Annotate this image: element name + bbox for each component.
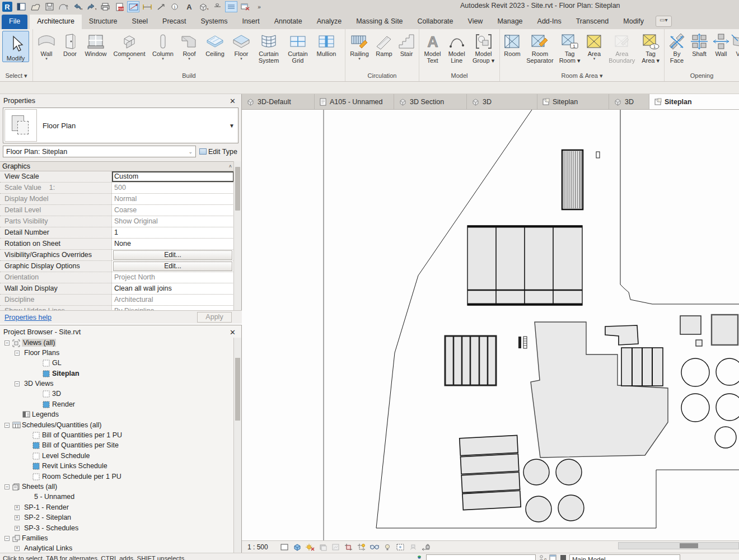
tree-item-bill-of-quantities-per-1-pu[interactable]: Bill of Quantities per 1 PU [0,431,233,441]
close-icon[interactable]: ✕ [227,328,238,337]
default-3d-view-icon[interactable]: ▾ [197,1,209,12]
shaft-button[interactable]: Shaft [689,31,709,58]
tree-item-sheets-all-[interactable]: −Sheets (all) [0,482,233,492]
ribbon-tab-steel[interactable]: Steel [125,15,156,29]
tree-item-floor-plans[interactable]: −Floor Plans [0,348,233,358]
wall-button[interactable]: Wall▾ [35,31,58,61]
close-hidden-windows-icon[interactable] [239,1,251,12]
dropdown-arrow-icon[interactable]: ▾ [240,57,242,60]
ribbon-tab-structure[interactable]: Structure [82,15,125,29]
view-tab-siteplan[interactable]: Siteplan [649,94,739,109]
view-tab-siteplan[interactable]: Siteplan [537,94,609,109]
by-face-button[interactable]: ByFace [667,31,687,64]
tree-item-analytical-links[interactable]: +Analytical Links [0,544,233,553]
dropdown-arrow-icon[interactable]: ▾ [162,57,164,60]
curtain-grid-button[interactable]: CurtainGrid [285,31,311,64]
room-separator-button[interactable]: RoomSeparator [525,31,555,64]
aligned-dimension-icon[interactable]: · [141,1,153,12]
property-value[interactable]: By Discipline [112,306,234,310]
site-plan-canvas[interactable] [242,110,739,540]
tree-item-revit-links-schedule[interactable]: Revit Links Schedule [0,461,233,472]
properties-help-link[interactable]: Properties help [4,314,52,321]
undo-icon[interactable]: ▾ [71,1,83,12]
model-text-button[interactable]: AModelText [422,31,443,64]
dropdown-arrow-icon[interactable]: ▾ [128,57,130,60]
section-icon[interactable] [211,1,223,12]
sync-icon[interactable] [57,1,69,12]
open-icon[interactable] [29,1,41,12]
measure-icon[interactable] [127,1,139,12]
tree-item-views-all-[interactable]: −Views (all) [0,338,233,348]
ribbon-tab-transcend[interactable]: Transcend [569,15,616,29]
export-pdf-icon[interactable]: PDF [113,1,125,12]
redo-icon[interactable]: ▾ [85,1,97,12]
property-value[interactable]: Custom [112,171,234,182]
detail-line-icon[interactable] [155,1,167,12]
type-selector[interactable]: Floor Plan ▼ [3,108,238,143]
edit-type-button[interactable]: Edit Type [198,146,238,157]
crop-view-icon[interactable] [344,542,354,552]
column-button[interactable]: Column▾ [149,31,176,61]
ribbon-tab-add-ins[interactable]: Add-Ins [530,15,569,29]
crop-region-icon[interactable] [357,542,367,552]
tree-item-level-schedule[interactable]: Level Schedule [0,451,233,461]
ramp-button[interactable]: Ramp [373,31,395,58]
tree-item-sp-2-siteplan[interactable]: +SP-2 - Siteplan [0,513,233,523]
wall-button[interactable]: Wall [712,31,731,58]
mullion-button[interactable]: Mullion [313,31,340,58]
ribbon-tab-file[interactable]: File [2,15,27,29]
collapse-icon[interactable]: − [4,536,10,541]
revit-logo[interactable]: R [1,1,13,12]
property-value[interactable]: 500 [112,183,234,193]
tree-item-families[interactable]: −Families [0,533,233,543]
expand-icon[interactable]: + [15,526,20,531]
properties-scrollbar[interactable] [233,161,241,310]
ribbon-tab-manage[interactable]: Manage [490,15,530,29]
view-tab-a105-unnamed[interactable]: A105 - Unnamed [315,94,394,109]
tree-item-render[interactable]: Render [0,399,233,409]
shadows-icon[interactable] [318,542,328,552]
tree-item-sp-1-render[interactable]: +SP-1 - Render [0,502,233,512]
text-icon[interactable]: A [183,1,195,12]
expand-icon[interactable]: + [15,546,20,551]
ui-toggle-icon[interactable] [15,1,27,12]
save-icon[interactable] [43,1,55,12]
door-button[interactable]: Door [60,31,80,58]
ribbon-display-toggle[interactable]: ▭▾ [656,16,671,27]
property-value[interactable]: Show Original [112,216,234,227]
tag-area--button[interactable]: 1TagArea ▾ [639,31,662,64]
ve-button[interactable]: Ve [733,31,739,58]
collapse-icon[interactable]: − [15,381,20,386]
view-scale-button[interactable]: 1 : 500 [247,543,268,551]
reveal-constraints-icon[interactable] [421,542,431,552]
view-tab-3d-section[interactable]: 3D Section [394,94,467,109]
project-browser-scrollbar[interactable] [233,338,241,553]
tree-item-3d-views[interactable]: −3D Views [0,379,233,389]
close-icon[interactable]: ✕ [227,97,238,105]
tree-item-3d[interactable]: 3D [0,389,233,399]
tag-icon[interactable]: 1 [169,1,181,12]
model-line-button[interactable]: ModelLine [446,31,467,64]
property-value[interactable]: None [112,239,234,249]
view-tab-3d-default[interactable]: 3D-Default [242,94,315,109]
sun-path-icon[interactable] [305,542,315,552]
expand-icon[interactable]: + [15,515,20,520]
design-options-toggle-icon[interactable] [560,554,567,560]
property-value[interactable]: Project North [112,272,234,283]
edit-button[interactable]: Edit... [113,262,232,271]
collapse-icon[interactable]: ˄ [229,164,232,169]
ribbon-tab-annotate[interactable]: Annotate [267,15,310,29]
edit-button[interactable]: Edit... [113,250,232,260]
ribbon-tab-architecture[interactable]: Architecture [30,15,82,29]
print-icon[interactable] [99,1,111,12]
tree-item-gl[interactable]: GL [0,358,233,368]
dropdown-arrow-icon[interactable]: ▾ [45,57,48,60]
chevron-down-icon[interactable]: ▼ [229,123,235,129]
temporary-view-properties-icon[interactable] [395,542,405,552]
editable-only-icon[interactable]: 0 [539,554,546,560]
collapse-icon[interactable]: − [15,351,20,356]
floor-button[interactable]: Floor▾ [230,31,252,61]
view-tab-3d[interactable]: 3D [467,94,537,109]
room-button[interactable]: Room [502,31,522,58]
expand-icon[interactable]: + [15,505,20,510]
